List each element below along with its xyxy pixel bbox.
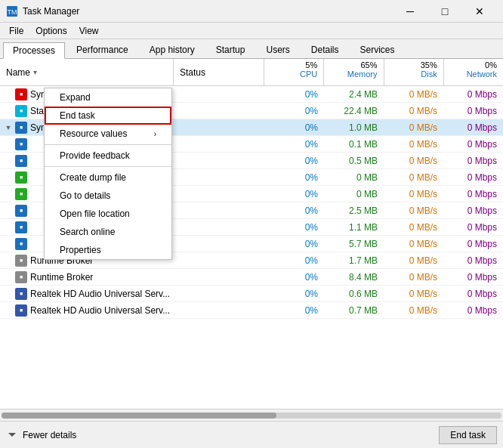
row-cpu-cell: 0%: [264, 222, 324, 233]
close-button[interactable]: ✕: [462, 0, 497, 23]
process-icon: ■: [15, 255, 27, 267]
process-icon: ■: [15, 238, 27, 250]
table-row[interactable]: ■ Runtime Broker 0% 8.4 MB 0 MB/s 0 Mbps: [0, 269, 503, 286]
row-memory-cell: 0 MB: [324, 172, 384, 183]
row-memory-cell: 0.5 MB: [324, 156, 384, 166]
row-disk-cell: 0 MB/s: [384, 156, 443, 166]
row-name-cell: ■ Realtek HD Audio Universal Serv...: [0, 288, 174, 300]
tab-details[interactable]: Details: [301, 42, 349, 58]
row-cpu-cell: 0%: [264, 189, 324, 199]
col-header-status[interactable]: Status: [174, 59, 264, 85]
expand-spacer: [3, 239, 14, 249]
expand-spacer: [3, 289, 14, 299]
row-cpu-cell: 0%: [264, 106, 324, 116]
minimize-button[interactable]: ─: [393, 0, 427, 23]
row-disk-cell: 0 MB/s: [384, 205, 443, 216]
process-icon: ■: [15, 188, 27, 200]
ctx-item-resource-values[interactable]: Resource values›: [45, 125, 171, 143]
ctx-item-properties[interactable]: Properties: [45, 241, 171, 259]
context-menu-separator: [45, 144, 171, 145]
tab-apphistory[interactable]: App history: [140, 42, 205, 58]
row-memory-cell: 1.0 MB: [324, 122, 384, 133]
row-disk-cell: 0 MB/s: [384, 255, 443, 266]
tab-users[interactable]: Users: [256, 42, 299, 58]
row-memory-cell: 2.4 MB: [324, 89, 384, 100]
col-header-cpu[interactable]: 5% CPU: [264, 59, 324, 85]
ctx-item-create-dump-file[interactable]: Create dump file: [45, 168, 171, 187]
tab-startup[interactable]: Startup: [206, 42, 255, 58]
process-icon: ■: [15, 221, 27, 233]
context-menu: ExpandEnd taskResource values›Provide fe…: [44, 88, 172, 260]
ctx-end-task[interactable]: End task: [45, 107, 171, 125]
context-menu-separator: [45, 166, 171, 167]
table-row[interactable]: ■ Realtek HD Audio Universal Serv... 0% …: [0, 302, 503, 319]
row-network-cell: 0 Mbps: [443, 289, 503, 299]
menu-options[interactable]: Options: [29, 24, 73, 38]
table-row[interactable]: ■ Realtek HD Audio Universal Serv... 0% …: [0, 286, 503, 302]
row-memory-cell: 0.7 MB: [324, 305, 384, 316]
process-icon: ■: [15, 138, 27, 150]
row-cpu-cell: 0%: [264, 89, 324, 100]
ctx-item-provide-feedback[interactable]: Provide feedback: [45, 147, 171, 165]
row-name-cell: ■ Realtek HD Audio Universal Serv...: [0, 304, 174, 317]
col-header-memory[interactable]: 65% Memory: [324, 59, 384, 85]
row-cpu-cell: 0%: [264, 156, 324, 166]
row-network-cell: 0 Mbps: [443, 172, 503, 183]
end-task-button[interactable]: End task: [439, 426, 497, 444]
expand-spacer: [3, 272, 14, 283]
row-network-cell: 0 Mbps: [443, 139, 503, 150]
row-cpu-cell: 0%: [264, 122, 324, 133]
row-cpu-cell: 0%: [264, 289, 324, 299]
scrollbar-thumb[interactable]: [2, 412, 276, 419]
app-icon: TM: [6, 5, 18, 17]
process-icon: ■: [15, 122, 27, 134]
col-header-disk[interactable]: 35% Disk: [384, 59, 444, 85]
ctx-item-search-online[interactable]: Search online: [45, 223, 171, 241]
horizontal-scrollbar[interactable]: [0, 409, 503, 421]
row-name-cell: ■ Runtime Broker: [0, 271, 174, 283]
row-memory-cell: 22.4 MB: [324, 106, 384, 116]
row-network-cell: 0 Mbps: [443, 122, 503, 133]
row-cpu-cell: 0%: [264, 255, 324, 266]
scrollbar-track[interactable]: [2, 412, 501, 419]
process-name: Runtime Broker: [30, 272, 93, 283]
expand-spacer: [3, 139, 14, 150]
maximize-button[interactable]: □: [427, 0, 462, 23]
tab-performance[interactable]: Performance: [66, 42, 138, 58]
expand-spacer: [3, 305, 14, 316]
fewer-details-button[interactable]: Fewer details: [6, 429, 76, 441]
expand-icon[interactable]: ▼: [3, 122, 14, 133]
main-content: Name ▾ Status 5% CPU 65% Memory 35% Disk…: [0, 59, 503, 421]
svg-marker-2: [8, 433, 16, 437]
row-disk-cell: 0 MB/s: [384, 222, 443, 233]
col-header-name[interactable]: Name ▾: [0, 59, 174, 85]
process-icon: ■: [15, 304, 27, 317]
expand-spacer: [3, 172, 14, 183]
tab-services[interactable]: Services: [350, 42, 405, 58]
expand-spacer: [3, 222, 14, 233]
title-bar: TM Task Manager ─ □ ✕: [0, 0, 503, 23]
tab-processes[interactable]: Processes: [3, 42, 65, 59]
process-icon: ■: [15, 155, 27, 167]
expand-spacer: [3, 106, 14, 116]
row-network-cell: 0 Mbps: [443, 205, 503, 216]
row-disk-cell: 0 MB/s: [384, 122, 443, 133]
sort-arrow-icon: ▾: [33, 68, 37, 76]
row-memory-cell: 5.7 MB: [324, 239, 384, 249]
row-cpu-cell: 0%: [264, 139, 324, 150]
expand-spacer: [3, 205, 14, 216]
ctx-item-expand[interactable]: Expand: [45, 88, 171, 107]
ctx-item-open-file-location[interactable]: Open file location: [45, 205, 171, 223]
menu-view[interactable]: View: [73, 24, 105, 38]
bottom-bar: Fewer details End task: [0, 421, 503, 448]
process-icon: ■: [15, 171, 27, 184]
menu-file[interactable]: File: [3, 24, 29, 38]
row-cpu-cell: 0%: [264, 205, 324, 216]
row-network-cell: 0 Mbps: [443, 156, 503, 166]
row-disk-cell: 0 MB/s: [384, 239, 443, 249]
col-header-network[interactable]: 0% Network: [444, 59, 503, 85]
ctx-item-go-to-details[interactable]: Go to details: [45, 187, 171, 205]
row-memory-cell: 8.4 MB: [324, 272, 384, 283]
row-network-cell: 0 Mbps: [443, 272, 503, 283]
row-memory-cell: 0.1 MB: [324, 139, 384, 150]
